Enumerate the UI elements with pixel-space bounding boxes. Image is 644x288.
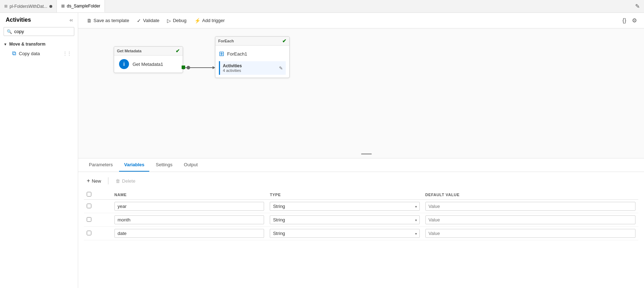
foreach-body-label: ForEach1 [227,51,247,57]
svg-point-1 [187,66,190,69]
save-label: Save as template [93,18,129,23]
foreach-check-icon: ✔ [282,38,286,44]
type-select-1[interactable]: StringBooleanIntegerArrayFloat [270,215,419,224]
table-row: StringBooleanIntegerArrayFloat▾ [84,227,638,240]
select-all-checkbox[interactable] [87,192,91,197]
section-header[interactable]: ▼ Move & transform [4,40,74,48]
debug-label: Debug [173,18,186,23]
drag-handle-icon: ⋮⋮ [63,51,71,56]
foreach-icon-row: ⊞ ForEach1 [219,48,286,61]
panel-content: + New 🗑 Delete [78,172,644,245]
new-label: New [92,178,101,184]
col-header-type: TYPE [267,190,422,200]
activities-label: Activities [223,63,242,68]
type-select-0[interactable]: StringBooleanIntegerArrayFloat [270,202,419,211]
tab-ds[interactable]: ▦ ds_SampleFolder [57,0,105,12]
actions-divider [108,177,108,184]
save-template-button[interactable]: 🗎 Save as template [84,16,132,25]
get-metadata-check-icon: ✔ [176,48,180,54]
name-input-1[interactable] [114,215,264,224]
node-body-get-metadata: i Get Metadata1 [114,56,183,73]
name-input-0[interactable] [114,202,264,211]
sidebar-section-move-transform: ▼ Move & transform ⧉ Copy data ⋮⋮ [0,39,78,60]
canvas-area[interactable]: Get Metadata ✔ i Get Metadata1 [78,28,644,158]
debug-button[interactable]: ▷ Debug [164,16,189,25]
search-icon: 🔍 [7,29,12,34]
new-variable-button[interactable]: + New [84,176,104,185]
tab-bar: ⊞ pl-FoldersWithDat... ▦ ds_SampleFolder… [0,0,644,13]
info-icon: i [119,59,129,69]
node-header-foreach: ForEach ✔ [215,37,289,46]
edit-icon-top[interactable]: ✎ [635,3,644,10]
col-header-name: NAME [112,190,267,200]
main-layout: Activities ‹‹ 🔍 ▼ Move & transform ⧉ Cop… [0,13,644,288]
copy-data-icon: ⧉ [12,50,16,57]
foreach-node[interactable]: ForEach ✔ ⊞ ForEach1 Activities [215,36,290,78]
filter-button[interactable]: ⚙ [630,16,638,25]
tab-output[interactable]: Output [179,158,203,172]
trigger-icon: ⚡ [194,18,200,23]
trash-icon: 🗑 [116,178,120,184]
copy-data-label: Copy data [19,51,40,56]
tab-variables[interactable]: Variables [119,158,149,172]
foreach-grid-icon: ⊞ [219,50,224,58]
tab-parameters[interactable]: Parameters [84,158,118,172]
sidebar-controls: ‹‹ [68,16,74,23]
row-checkbox-1[interactable] [87,217,91,222]
debug-icon: ▷ [167,18,171,23]
get-metadata-node[interactable]: Get Metadata ✔ i Get Metadata1 [114,46,183,73]
foreach-activities: Activities 4 activities ✎ [219,61,286,75]
validate-icon: ✓ [137,18,141,23]
grid-icon: ⊞ [4,4,7,9]
toolbar: 🗎 Save as template ✓ Validate ▷ Debug ⚡ … [78,13,644,28]
get-metadata-title: Get Metadata [117,49,141,53]
foreach-inner: ⊞ ForEach1 Activities 4 activities ✎ [215,46,289,78]
edit-pencil-icon[interactable]: ✎ [279,66,283,71]
variables-table: NAME TYPE DEFAULT VALUE St [84,190,638,240]
sidebar-title: Activities [6,17,31,23]
foreach-title: ForEach [218,39,234,43]
table-row: StringBooleanIntegerArrayFloat▾ [84,200,638,213]
toolbar-right: {} ⚙ [621,16,638,25]
node-header-get-metadata: Get Metadata ✔ [114,47,183,56]
code-view-button[interactable]: {} [621,16,628,25]
tab-pl-dot [49,5,52,8]
get-metadata-body-label: Get Metadata1 [133,62,163,67]
search-box: 🔍 [4,27,74,36]
save-icon: 🗎 [87,18,92,23]
name-input-2[interactable] [114,229,264,238]
sidebar-item-copy-data[interactable]: ⧉ Copy data ⋮⋮ [4,48,74,59]
search-input[interactable] [14,29,71,34]
tab-pl[interactable]: ⊞ pl-FoldersWithDat... [0,0,57,12]
type-select-2[interactable]: StringBooleanIntegerArrayFloat [270,229,419,238]
minimize-bar [361,153,372,155]
trigger-label: Add trigger [202,18,225,23]
default-value-input-2[interactable] [425,229,636,238]
add-trigger-button[interactable]: ⚡ Add trigger [192,16,228,25]
panel-tabs-row: Parameters Variables Settings Output [78,158,644,172]
validate-button[interactable]: ✓ Validate [134,16,162,25]
tab-ds-label: ds_SampleFolder [67,4,100,9]
collapse-button[interactable]: ‹‹ [68,16,74,23]
foreach-activities-text: Activities 4 activities [223,63,242,73]
col-header-value: DEFAULT VALUE [423,190,639,200]
row-checkbox-2[interactable] [87,231,91,235]
col-header-checkbox [84,190,112,200]
default-value-input-1[interactable] [425,215,636,224]
section-label: Move & transform [9,42,45,47]
table-row: StringBooleanIntegerArrayFloat▾ [84,213,638,227]
tab-settings[interactable]: Settings [151,158,177,172]
right-content: 🗎 Save as template ✓ Validate ▷ Debug ⚡ … [78,13,644,288]
activities-count: 4 activities [223,68,242,73]
sidebar: Activities ‹‹ 🔍 ▼ Move & transform ⧉ Cop… [0,13,78,288]
bottom-panel: Parameters Variables Settings Output [78,158,644,288]
panel-actions: + New 🗑 Delete [84,176,638,185]
plus-icon: + [87,178,90,184]
default-value-input-0[interactable] [425,202,636,211]
table-icon: ▦ [61,4,65,8]
sidebar-header: Activities ‹‹ [0,13,78,26]
pipeline-canvas: Get Metadata ✔ i Get Metadata1 [78,28,644,158]
delete-variable-button[interactable]: 🗑 Delete [113,177,138,185]
collapse-arrow-icon: ▼ [4,42,7,46]
row-checkbox-0[interactable] [87,204,91,208]
